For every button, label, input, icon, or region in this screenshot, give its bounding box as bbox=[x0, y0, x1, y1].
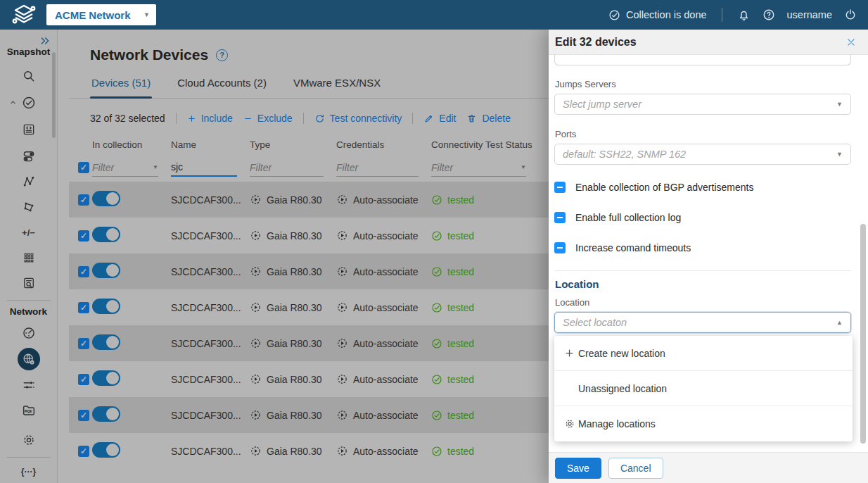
collection-status: Collection is done bbox=[608, 9, 706, 21]
notifications-bell-icon[interactable] bbox=[737, 8, 751, 22]
unassigned-location-option[interactable]: Unassigned location bbox=[554, 371, 853, 406]
drawer-title: Edit 32 devices bbox=[555, 36, 637, 49]
gear-icon bbox=[564, 418, 578, 429]
app-logo-icon bbox=[11, 4, 37, 26]
top-bar: ACME Network ▼ Collection is done userna… bbox=[0, 0, 868, 30]
caret-up-icon: ▲ bbox=[836, 319, 843, 326]
close-icon[interactable] bbox=[845, 37, 857, 48]
caret-down-icon: ▼ bbox=[836, 151, 843, 158]
manage-locations-option[interactable]: Manage locations bbox=[554, 406, 853, 441]
location-dropdown-menu: Create new location Unassigned location … bbox=[554, 336, 853, 441]
collection-status-text: Collection is done bbox=[626, 9, 706, 20]
command-timeouts-checkbox[interactable]: Increase comand timeouts bbox=[554, 242, 851, 253]
username-menu[interactable]: username bbox=[787, 9, 832, 20]
save-button[interactable]: Save bbox=[555, 458, 601, 479]
drawer-mask[interactable] bbox=[0, 30, 549, 483]
create-new-location-option[interactable]: Create new location bbox=[554, 336, 853, 371]
help-icon[interactable] bbox=[762, 8, 775, 21]
section-divider bbox=[554, 270, 851, 271]
location-select[interactable]: Select locaton ▲ bbox=[554, 312, 851, 333]
network-selector-value: ACME Network bbox=[55, 9, 131, 21]
ports-label: Ports bbox=[555, 129, 851, 139]
caret-down-icon: ▼ bbox=[836, 101, 843, 108]
logout-power-icon[interactable] bbox=[844, 8, 857, 21]
drawer-scrollbar[interactable] bbox=[860, 224, 866, 444]
check-circle-icon bbox=[608, 9, 620, 21]
network-selector[interactable]: ACME Network ▼ bbox=[46, 4, 156, 25]
indeterminate-checkbox-icon bbox=[554, 182, 566, 193]
edit-devices-drawer: Edit 32 devices Jumps Servers Slect jump… bbox=[549, 30, 868, 483]
indeterminate-checkbox-icon bbox=[554, 212, 566, 223]
scrolled-field-partial[interactable] bbox=[554, 55, 851, 65]
location-label: Location bbox=[555, 297, 851, 308]
drawer-body: Jumps Servers Slect jump server ▼ Ports … bbox=[549, 55, 868, 452]
topbar-divider bbox=[722, 8, 722, 22]
cancel-button[interactable]: Cancel bbox=[608, 458, 663, 479]
jump-servers-label: Jumps Servers bbox=[555, 79, 851, 89]
plus-icon bbox=[564, 348, 578, 358]
full-collection-log-checkbox[interactable]: Enable full collection log bbox=[554, 212, 851, 223]
jump-servers-select[interactable]: Slect jump server ▼ bbox=[554, 94, 851, 115]
caret-down-icon: ▼ bbox=[143, 11, 150, 18]
ports-select[interactable]: default: SSH22, SNMP 162 ▼ bbox=[554, 144, 851, 165]
indeterminate-checkbox-icon bbox=[554, 242, 566, 253]
drawer-footer: Save Cancel bbox=[549, 452, 868, 483]
bgp-advertisements-checkbox[interactable]: Enable collection of BGP advertisements bbox=[554, 182, 851, 193]
location-section-heading: Location bbox=[555, 278, 851, 290]
